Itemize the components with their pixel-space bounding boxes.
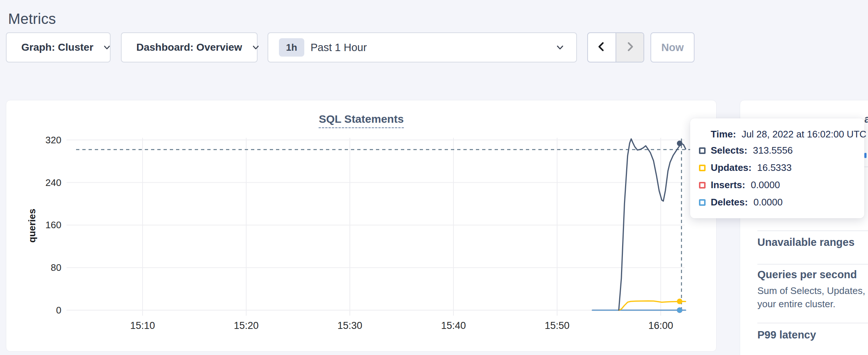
sidebar-heading-unavailable-ranges: Unavailable ranges: [757, 236, 854, 248]
tooltip-time-label: Time:: [711, 129, 736, 140]
tooltip-time-value: Jul 28, 2022 at 16:02:00 UTC: [742, 129, 867, 140]
dashboard-dropdown-label: Dashboard: Overview: [136, 42, 242, 53]
tooltip-inserts-value: 0.0000: [751, 179, 780, 191]
time-range-badge: 1h: [279, 38, 304, 57]
svg-text:0: 0: [56, 305, 61, 316]
sql-statements-chart[interactable]: 08016024032015:1015:2015:3015:4015:5016:…: [6, 100, 717, 352]
sidebar-heading-p99-latency: P99 latency: [757, 329, 816, 341]
svg-text:15:50: 15:50: [545, 320, 570, 331]
now-button[interactable]: Now: [650, 32, 695, 62]
sidebar-heading-queries-per-second: Queries per second: [757, 269, 857, 281]
tooltip-selects-row: Selects: 313.5556: [690, 142, 864, 159]
page-title: Metrics: [8, 11, 56, 27]
chart-tooltip: Time: Jul 28, 2022 at 16:02:00 UTC Selec…: [690, 118, 864, 218]
chevron-left-icon: [595, 40, 608, 54]
svg-text:queries: queries: [26, 209, 37, 243]
tooltip-time-row: Time: Jul 28, 2022 at 16:02:00 UTC: [690, 126, 864, 142]
graph-scope-dropdown[interactable]: Graph: Cluster: [6, 32, 111, 62]
tooltip-deletes-label: Deletes:: [711, 197, 748, 208]
svg-text:16:00: 16:00: [648, 320, 673, 331]
tooltip-selects-label: Selects:: [711, 145, 747, 156]
inserts-swatch: [699, 182, 706, 189]
svg-text:15:30: 15:30: [337, 320, 362, 331]
sidebar-divider: [757, 264, 868, 265]
sidebar-description-line: Sum of Selects, Updates, Inserts and Del…: [757, 284, 868, 297]
time-window-arrows: [587, 32, 644, 62]
tooltip-updates-label: Updates:: [711, 162, 752, 173]
svg-text:240: 240: [46, 177, 61, 188]
sidebar-divider: [757, 230, 868, 231]
tooltip-inserts-label: Inserts:: [711, 179, 745, 191]
tooltip-deletes-row: Deletes: 0.0000: [690, 194, 864, 211]
time-back-button[interactable]: [588, 33, 616, 62]
selects-swatch: [699, 147, 706, 154]
svg-text:15:40: 15:40: [441, 320, 466, 331]
time-range-selector[interactable]: 1h Past 1 Hour: [268, 32, 577, 62]
svg-text:15:20: 15:20: [234, 320, 259, 331]
time-range-label: Past 1 Hour: [311, 42, 367, 54]
time-forward-button[interactable]: [616, 33, 644, 62]
tooltip-updates-row: Updates: 16.5333: [690, 159, 864, 176]
sidebar-description-line: your entire cluster.: [757, 297, 835, 311]
updates-swatch: [699, 165, 706, 171]
chevron-down-icon: [251, 43, 261, 52]
chevron-down-icon: [102, 43, 112, 52]
chevron-right-icon: [624, 40, 636, 54]
dashboard-dropdown[interactable]: Dashboard: Overview: [121, 32, 258, 62]
svg-text:15:10: 15:10: [130, 320, 155, 331]
tooltip-inserts-row: Inserts: 0.0000: [690, 176, 864, 194]
tooltip-selects-value: 313.5556: [753, 145, 793, 156]
sidebar-divider: [757, 323, 868, 323]
graph-scope-dropdown-label: Graph: Cluster: [21, 42, 93, 53]
svg-text:160: 160: [46, 219, 61, 230]
chevron-down-icon: [555, 42, 565, 53]
svg-text:320: 320: [46, 135, 61, 146]
sql-statements-chart-card: SQL Statements 08016024032015:1015:2015:…: [6, 100, 717, 352]
deletes-swatch: [699, 199, 706, 206]
tooltip-deletes-value: 0.0000: [753, 197, 783, 208]
tooltip-updates-value: 16.5333: [757, 162, 792, 173]
clipped-sidebar-text-fragment: a: [864, 113, 868, 125]
svg-text:80: 80: [51, 262, 61, 273]
clipped-blue-text-fragment: [864, 153, 867, 158]
